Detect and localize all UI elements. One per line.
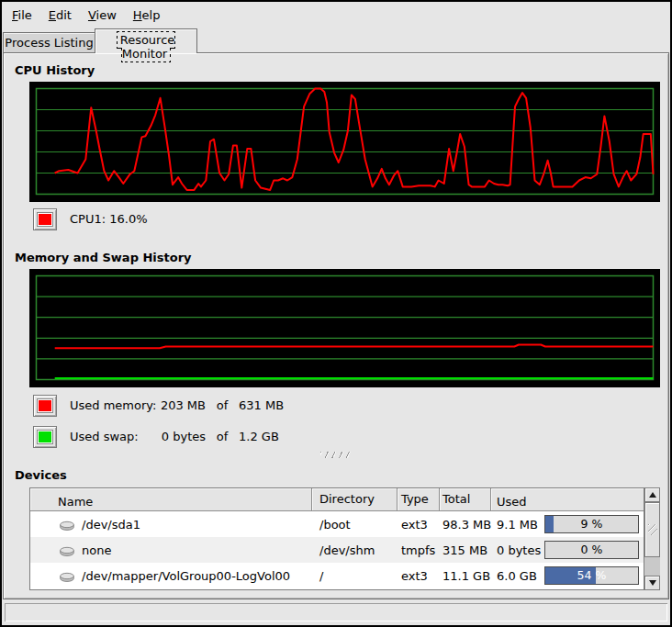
tab-process-listing-label: Process Listing: [5, 36, 93, 50]
device-name-cell: none: [30, 543, 312, 557]
cpu1-color-swatch[interactable]: [33, 208, 57, 230]
arrow-down-icon: [649, 580, 656, 586]
menu-file[interactable]: File: [4, 4, 40, 27]
column-header-name[interactable]: Name: [30, 488, 312, 511]
column-header-type[interactable]: Type: [398, 488, 440, 511]
drive-icon: [58, 543, 76, 557]
used-memory-value: 203 MB: [160, 397, 206, 414]
device-total: 11.1 GB: [440, 569, 491, 583]
column-header-directory[interactable]: Directory: [312, 488, 398, 511]
device-used-cell: 6.0 GB54 %: [491, 566, 644, 585]
used-percent-label: 0 %: [545, 543, 638, 556]
scrollbar-trough[interactable]: [644, 557, 660, 576]
used-percent-label: 9 %: [545, 517, 638, 531]
used-memory-color-swatch[interactable]: [33, 395, 57, 417]
statusbar: [5, 603, 667, 621]
devices-title: Devices: [15, 468, 67, 482]
tab-process-listing[interactable]: Process Listing: [3, 32, 95, 52]
drive-icon: [58, 518, 76, 532]
memory-swap-title: Memory and Swap History: [15, 251, 192, 264]
cpu-history-graph: [29, 82, 660, 202]
device-name-cell: /dev/mapper/VolGroup00-LogVol00: [30, 569, 312, 583]
used-swap-of: of: [206, 429, 239, 445]
device-type: ext3: [398, 569, 440, 583]
device-type: tmpfs: [398, 543, 440, 557]
device-used-value: 6.0 GB: [497, 569, 537, 583]
device-used-cell: 9.1 MB9 %: [491, 515, 644, 533]
system-monitor-window: FileEditViewHelp Process Listing Resourc…: [0, 0, 672, 627]
pane-splitter[interactable]: [4, 450, 668, 459]
table-row[interactable]: none/dev/shmtmpfs315 MB0 bytes0 %: [30, 537, 644, 563]
tab-resource-monitor[interactable]: Resource Monitor: [95, 28, 197, 53]
device-type: ext3: [398, 518, 440, 532]
column-header-used[interactable]: Used: [491, 488, 644, 511]
column-header-total[interactable]: Total: [440, 488, 491, 511]
used-percent-bar: 9 %: [544, 515, 639, 533]
used-swap-value: 0 bytes: [160, 429, 206, 445]
cpu1-legend-label: CPU1: 16.0%: [70, 211, 148, 228]
device-name: none: [82, 543, 111, 557]
devices-table: NameDirectoryTypeTotalUsed /dev/sda1/boo…: [29, 487, 660, 590]
vertical-scrollbar[interactable]: [644, 487, 660, 590]
device-name: /dev/sda1: [82, 518, 140, 532]
memory-swap-graph: [29, 269, 660, 387]
device-directory: /: [312, 569, 398, 583]
device-used-value: 0 bytes: [497, 543, 541, 557]
device-directory: /dev/shm: [312, 543, 398, 557]
used-memory-of: of: [206, 397, 239, 414]
device-total: 98.3 MB: [440, 518, 491, 532]
used-percent-label: 54 %: [545, 568, 638, 582]
used-swap-color: [38, 431, 52, 443]
tab-bar: Process Listing Resource Monitor: [2, 28, 670, 52]
scroll-down-button[interactable]: [644, 576, 660, 590]
devices-table-body: /dev/sda1/bootext398.3 MB9.1 MB9 %none/d…: [30, 511, 644, 588]
used-swap-total: 1.2 GB: [239, 429, 279, 445]
device-total: 315 MB: [440, 543, 491, 557]
table-row[interactable]: /dev/mapper/VolGroup00-LogVol00/ext311.1…: [30, 563, 644, 588]
tab-resource-monitor-label: Resource Monitor: [118, 32, 175, 62]
device-directory: /boot: [312, 518, 398, 532]
used-percent-bar: 54 %: [544, 566, 639, 585]
scrollbar-thumb[interactable]: [644, 502, 660, 557]
device-used-cell: 0 bytes0 %: [491, 541, 644, 559]
used-memory-total: 631 MB: [239, 397, 284, 414]
used-swap-label: Used swap:: [70, 429, 160, 445]
thumb-grip-icon: [648, 524, 657, 535]
used-memory-color: [38, 399, 52, 412]
scroll-up-button[interactable]: [644, 487, 660, 502]
arrow-up-icon: [649, 492, 656, 498]
table-row[interactable]: /dev/sda1/bootext398.3 MB9.1 MB9 %: [30, 511, 644, 537]
menu-view[interactable]: View: [80, 4, 125, 27]
menu-edit[interactable]: Edit: [40, 4, 80, 27]
device-used-value: 9.1 MB: [497, 518, 538, 532]
cpu-history-title: CPU History: [15, 63, 95, 77]
splitter-grip-icon: [320, 452, 352, 458]
used-swap-color-swatch[interactable]: [33, 426, 57, 448]
menubar: FileEditViewHelp: [2, 2, 670, 28]
used-memory-label: Used memory:: [70, 397, 160, 414]
device-name-cell: /dev/sda1: [30, 518, 312, 532]
used-memory-legend: Used memory: 203 MB of 631 MB: [70, 397, 284, 414]
cpu1-color: [38, 213, 52, 226]
menu-help[interactable]: Help: [125, 4, 169, 27]
devices-table-header: NameDirectoryTypeTotalUsed: [30, 488, 644, 511]
used-swap-legend: Used swap: 0 bytes of 1.2 GB: [70, 429, 279, 445]
device-name: /dev/mapper/VolGroup00-LogVol00: [82, 569, 290, 583]
used-percent-bar: 0 %: [544, 541, 639, 559]
resource-monitor-page: CPU History CPU1: 16.0% Memory and Swap …: [3, 52, 669, 599]
drive-icon: [58, 569, 76, 583]
